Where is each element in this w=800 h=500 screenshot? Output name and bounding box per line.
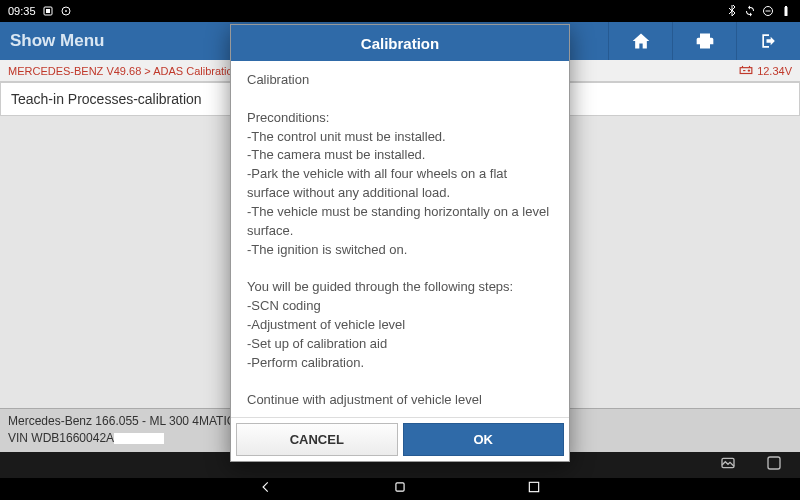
sync-icon	[744, 5, 756, 17]
screenshot-icon	[42, 5, 54, 17]
ok-button[interactable]: OK	[403, 423, 565, 456]
gallery-icon[interactable]	[720, 455, 736, 475]
svg-rect-17	[529, 482, 538, 491]
svg-point-3	[65, 11, 66, 12]
print-button[interactable]	[672, 22, 736, 60]
svg-rect-7	[785, 6, 787, 7]
dialog-button-row: CANCEL OK	[231, 417, 569, 461]
vehicle-vin-prefix: VIN WDB1660042A	[8, 431, 114, 445]
svg-rect-15	[768, 457, 780, 469]
dialog-body[interactable]: Calibration Preconditions: -The control …	[231, 61, 569, 417]
svg-rect-16	[396, 483, 404, 491]
home-button[interactable]	[608, 22, 672, 60]
app-title: Show Menu	[10, 31, 104, 51]
back-nav-icon[interactable]	[259, 480, 273, 498]
exit-button[interactable]	[736, 22, 800, 60]
calibration-dialog: Calibration Calibration Preconditions: -…	[230, 24, 570, 462]
target-icon	[60, 5, 72, 17]
status-time: 09:35	[8, 5, 36, 17]
capture-icon[interactable]	[766, 455, 782, 475]
svg-rect-6	[785, 7, 788, 16]
android-status-bar: 09:35	[0, 0, 800, 22]
cancel-button[interactable]: CANCEL	[236, 423, 398, 456]
svg-rect-1	[46, 9, 50, 13]
vin-mask	[114, 433, 164, 444]
recent-nav-icon[interactable]	[527, 480, 541, 498]
android-nav-bar	[0, 478, 800, 500]
battery-voltage: 12.34V	[757, 65, 792, 77]
battery-voltage-icon	[739, 65, 753, 77]
dialog-title: Calibration	[231, 25, 569, 61]
battery-icon	[780, 5, 792, 17]
home-nav-icon[interactable]	[393, 480, 407, 498]
breadcrumb-path: MERCEDES-BENZ V49.68 > ADAS Calibration	[8, 65, 239, 77]
bluetooth-icon	[726, 5, 738, 17]
do-not-disturb-icon	[762, 5, 774, 17]
dialog-body-text: Calibration Preconditions: -The control …	[247, 71, 553, 410]
